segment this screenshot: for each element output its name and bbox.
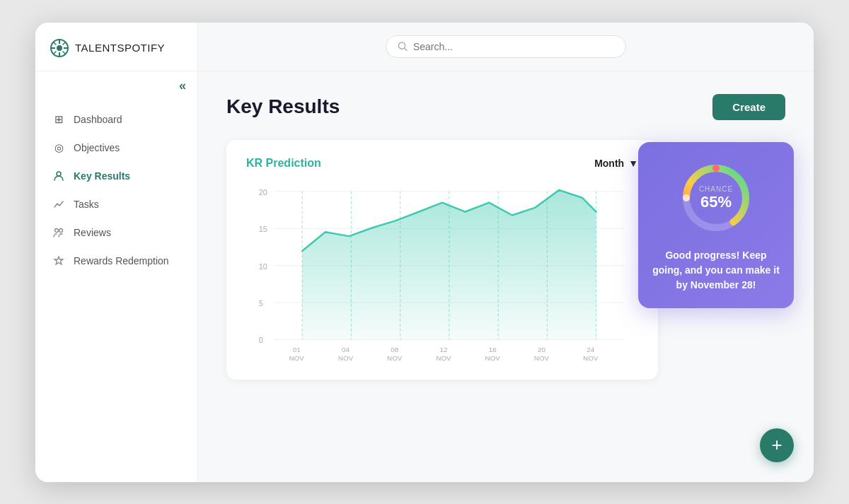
logo-light: SPOTIFY xyxy=(117,42,165,54)
svg-text:5: 5 xyxy=(259,299,263,307)
svg-text:08: 08 xyxy=(391,346,398,353)
logo-icon xyxy=(50,38,69,58)
svg-line-6 xyxy=(54,42,57,45)
donut-chart: CHANCE 65% xyxy=(677,159,755,237)
svg-line-8 xyxy=(63,42,66,45)
svg-line-7 xyxy=(63,51,66,54)
search-icon xyxy=(398,41,408,52)
chart-area xyxy=(302,189,596,339)
page-title: Key Results xyxy=(226,95,340,118)
topbar xyxy=(198,23,814,71)
page-header: Key Results Create xyxy=(226,94,785,120)
svg-text:NOV: NOV xyxy=(436,354,451,362)
rewards-icon xyxy=(52,254,65,267)
donut-start-dot xyxy=(712,165,720,172)
sidebar-item-objectives[interactable]: ◎ Objectives xyxy=(35,134,197,161)
logo: TALENTSPOTIFY xyxy=(35,23,197,71)
sidebar-label-objectives: Objectives xyxy=(74,142,120,153)
sidebar-label-rewards: Rewards Redemption xyxy=(74,255,169,266)
sidebar-item-reviews[interactable]: Reviews xyxy=(35,219,197,246)
svg-text:NOV: NOV xyxy=(387,354,403,362)
objectives-icon: ◎ xyxy=(52,141,65,154)
main-content: Key Results Create KR Prediction Month ▼… xyxy=(198,23,814,482)
svg-text:10: 10 xyxy=(259,262,267,270)
sidebar-item-key-results[interactable]: Key Results xyxy=(35,163,197,189)
svg-line-15 xyxy=(405,48,407,50)
chart-title: KR Prediction xyxy=(246,157,321,170)
sidebar-item-dashboard[interactable]: ⊞ Dashboard xyxy=(35,106,197,133)
collapse-button[interactable]: « xyxy=(179,78,186,93)
dashboard-icon: ⊞ xyxy=(52,113,65,126)
sidebar: TALENTSPOTIFY « ⊞ Dashboard ◎ Objectives… xyxy=(35,23,198,482)
sidebar-item-rewards[interactable]: Rewards Redemption xyxy=(35,247,197,274)
svg-line-9 xyxy=(54,51,57,54)
sidebar-label-tasks: Tasks xyxy=(74,199,99,210)
sidebar-nav: ⊞ Dashboard ◎ Objectives Key Results Tas… xyxy=(35,100,197,280)
svg-point-10 xyxy=(57,172,61,176)
svg-text:24: 24 xyxy=(587,346,594,353)
logo-bold: TALENT xyxy=(75,42,117,54)
app-window: TALENTSPOTIFY « ⊞ Dashboard ◎ Objectives… xyxy=(35,23,814,482)
svg-point-1 xyxy=(57,45,62,51)
search-input[interactable] xyxy=(413,41,614,52)
donut-center: CHANCE 65% xyxy=(699,184,733,211)
svg-text:16: 16 xyxy=(489,346,497,353)
donut-end-dot xyxy=(683,194,690,201)
line-chart: 20 15 10 5 0 xyxy=(246,181,638,363)
create-button[interactable]: Create xyxy=(712,94,785,120)
svg-text:NOV: NOV xyxy=(534,354,550,362)
sidebar-item-tasks[interactable]: Tasks xyxy=(35,191,197,218)
chance-label: CHANCE xyxy=(699,184,733,192)
sidebar-label-key-results: Key Results xyxy=(74,170,130,182)
prediction-message: Good progress! Keep going, and you can m… xyxy=(652,248,780,293)
search-bar[interactable] xyxy=(386,35,626,58)
sidebar-label-reviews: Reviews xyxy=(74,227,111,238)
chart-header: KR Prediction Month ▼ xyxy=(246,157,638,170)
fab-button[interactable]: + xyxy=(760,428,794,462)
svg-text:12: 12 xyxy=(439,346,447,353)
sidebar-label-dashboard: Dashboard xyxy=(74,114,122,125)
sidebar-collapse-area: « xyxy=(35,71,197,100)
svg-text:15: 15 xyxy=(259,225,267,233)
logo-text: TALENTSPOTIFY xyxy=(75,42,165,54)
svg-text:NOV: NOV xyxy=(338,354,354,362)
reviews-icon xyxy=(52,226,65,239)
svg-text:NOV: NOV xyxy=(583,354,599,362)
svg-text:01: 01 xyxy=(293,346,301,353)
chance-percent: 65% xyxy=(699,192,733,211)
month-label: Month xyxy=(594,158,624,169)
chart-card: KR Prediction Month ▼ 20 15 10 5 0 xyxy=(226,140,658,380)
content-area: Key Results Create KR Prediction Month ▼… xyxy=(198,71,814,482)
svg-point-12 xyxy=(59,228,63,232)
key-results-icon xyxy=(52,170,65,182)
chart-container: 20 15 10 5 0 xyxy=(246,181,638,365)
tasks-icon xyxy=(52,198,65,211)
svg-text:20: 20 xyxy=(538,346,545,353)
prediction-card: CHANCE 65% Good progress! Keep going, an… xyxy=(638,142,794,308)
svg-marker-13 xyxy=(54,257,63,264)
svg-text:20: 20 xyxy=(259,187,267,196)
svg-text:0: 0 xyxy=(259,336,263,344)
svg-text:04: 04 xyxy=(342,346,350,353)
svg-text:NOV: NOV xyxy=(289,354,305,362)
svg-point-11 xyxy=(55,228,59,232)
month-selector[interactable]: Month ▼ xyxy=(594,158,638,169)
dropdown-arrow-icon: ▼ xyxy=(628,158,638,169)
svg-text:NOV: NOV xyxy=(485,354,501,362)
